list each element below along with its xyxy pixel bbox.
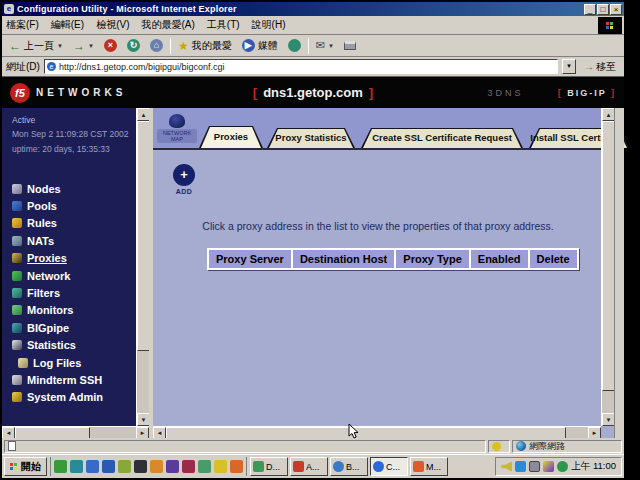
quicklaunch-icon[interactable]: [86, 460, 99, 473]
sidebar-item-network[interactable]: Network: [2, 267, 135, 284]
stop-icon: ×: [104, 39, 117, 52]
task-window-button-active[interactable]: C...: [370, 457, 408, 476]
task-window-button[interactable]: M...: [410, 457, 448, 476]
favorites-icon: ★: [178, 39, 189, 53]
task-window-button[interactable]: B...: [330, 457, 368, 476]
sidebar-item-rules[interactable]: Rules: [2, 215, 135, 232]
home-button[interactable]: ⌂: [147, 38, 166, 53]
quicklaunch-icon[interactable]: [166, 460, 179, 473]
refresh-button[interactable]: ↻: [124, 38, 143, 53]
sidebar-item-log-files[interactable]: Log Files: [2, 354, 135, 371]
product-3dns-label[interactable]: 3DNS: [488, 88, 524, 98]
address-label: 網址(D): [6, 60, 40, 74]
history-button[interactable]: [285, 38, 304, 53]
quicklaunch-icon[interactable]: [198, 460, 211, 473]
tab-proxies[interactable]: Proxies: [199, 126, 263, 148]
window-right-edge: [614, 108, 624, 438]
quick-launch-bar: [50, 457, 247, 476]
add-proxy-button[interactable]: + ADD: [171, 164, 197, 195]
sidebar-item-system-admin[interactable]: System Admin: [2, 389, 135, 406]
main-vertical-scrollbar[interactable]: ▲ ▼: [601, 108, 614, 426]
menu-favorites[interactable]: 我的最愛(A): [141, 18, 194, 32]
task-window-button[interactable]: A...: [290, 457, 328, 476]
back-dropdown-icon[interactable]: ▼: [57, 43, 63, 49]
ie-window-icon: e: [4, 4, 14, 14]
quicklaunch-icon[interactable]: [54, 460, 67, 473]
display-icon[interactable]: [529, 461, 540, 472]
media-button[interactable]: ▶ 媒體: [239, 38, 281, 54]
quicklaunch-icon[interactable]: [118, 460, 131, 473]
address-input[interactable]: [59, 62, 555, 72]
print-button[interactable]: [341, 40, 359, 51]
sidebar-vertical-scrollbar[interactable]: ▲ ▼: [136, 108, 149, 426]
sidebar-item-pools[interactable]: Pools: [2, 197, 135, 214]
tab-create-ssl-certificate-request[interactable]: Create SSL Certificate Request: [361, 128, 523, 148]
quicklaunch-icon[interactable]: [102, 460, 115, 473]
tray-app-icon[interactable]: [543, 461, 554, 472]
address-bar: 網址(D) e ▼ → 移至: [2, 57, 624, 77]
quicklaunch-icon[interactable]: [70, 460, 83, 473]
tray-app-icon[interactable]: [557, 461, 568, 472]
task-buttons: D... A... B... C... M...: [250, 457, 492, 476]
mail-button[interactable]: ✉ ▼: [313, 38, 337, 53]
tab-proxy-statistics[interactable]: Proxy Statistics: [267, 128, 355, 148]
menu-tools[interactable]: 工具(T): [207, 18, 240, 32]
nodes-icon: [12, 184, 22, 194]
column-enabled[interactable]: Enabled: [471, 250, 528, 268]
forward-dropdown-icon[interactable]: ▼: [88, 43, 94, 49]
tray-app-icon[interactable]: [515, 461, 526, 472]
task-window-button[interactable]: D...: [250, 457, 288, 476]
forward-button[interactable]: → ▼: [70, 38, 97, 54]
mindterm-ssh-icon: [12, 375, 22, 385]
minimize-button[interactable]: _: [584, 4, 596, 15]
hostname: dns1.getop.com: [257, 85, 369, 100]
sidebar-item-nats[interactable]: NATs: [2, 232, 135, 249]
ie-throbber: [598, 17, 622, 34]
column-delete[interactable]: Delete: [530, 250, 577, 268]
column-proxy-server[interactable]: Proxy Server: [209, 250, 291, 268]
quicklaunch-icon[interactable]: [150, 460, 163, 473]
column-proxy-type[interactable]: Proxy Type: [396, 250, 469, 268]
go-button[interactable]: → 移至: [580, 60, 620, 74]
network-map-button[interactable]: NETWORK MAP: [157, 114, 197, 143]
start-windows-icon: [10, 463, 18, 471]
back-button[interactable]: ← 上一頁 ▼: [6, 38, 66, 54]
menu-help[interactable]: 說明(H): [252, 18, 286, 32]
favorites-button[interactable]: ★ 我的最愛: [175, 38, 235, 54]
main-horizontal-scrollbar[interactable]: ◄ ►: [153, 426, 601, 438]
sidebar-item-nodes[interactable]: Nodes: [2, 180, 135, 197]
stop-button[interactable]: ×: [101, 38, 120, 53]
product-bigip-label[interactable]: [ BIG-IP ]: [558, 88, 616, 98]
sidebar-item-filters[interactable]: Filters: [2, 284, 135, 301]
taskbar-clock[interactable]: 上午 11:00: [571, 460, 616, 473]
status-uptime: uptime: 20 days, 15:35:33: [12, 142, 149, 156]
sidebar-item-statistics[interactable]: Statistics: [2, 337, 135, 354]
sidebar-item-proxies[interactable]: Proxies: [2, 250, 135, 267]
sidebar-item-mindterm-ssh[interactable]: Mindterm SSH: [2, 371, 135, 388]
windows-flag-icon: [606, 22, 614, 30]
quicklaunch-icon[interactable]: [214, 460, 227, 473]
quicklaunch-icon[interactable]: [182, 460, 195, 473]
quicklaunch-icon[interactable]: [230, 460, 243, 473]
column-destination-host[interactable]: Destination Host: [293, 250, 394, 268]
maximize-button[interactable]: □: [597, 4, 609, 15]
sidebar-item-monitors[interactable]: Monitors: [2, 302, 135, 319]
quicklaunch-icon[interactable]: [134, 460, 147, 473]
media-icon: ▶: [242, 39, 255, 52]
menu-view[interactable]: 檢視(V): [96, 18, 129, 32]
address-dropdown-icon[interactable]: ▼: [562, 59, 576, 74]
internet-zone-icon: [516, 441, 526, 451]
statistics-icon: [12, 340, 22, 350]
rules-icon: [12, 218, 22, 228]
mail-icon: ✉: [316, 39, 325, 52]
volume-icon[interactable]: [501, 461, 512, 472]
menu-file[interactable]: 檔案(F): [6, 18, 39, 32]
start-button[interactable]: 開始: [4, 457, 47, 476]
sidebar-item-bigpipe[interactable]: BIGpipe: [2, 319, 135, 336]
mail-dropdown-icon[interactable]: ▼: [328, 43, 334, 49]
address-field-wrap: e: [44, 59, 558, 74]
favorites-label: 我的最愛: [192, 39, 232, 53]
menu-edit[interactable]: 編輯(E): [51, 18, 84, 32]
sidebar-horizontal-scrollbar[interactable]: ◄ ►: [2, 426, 149, 438]
close-button[interactable]: ×: [610, 4, 622, 15]
